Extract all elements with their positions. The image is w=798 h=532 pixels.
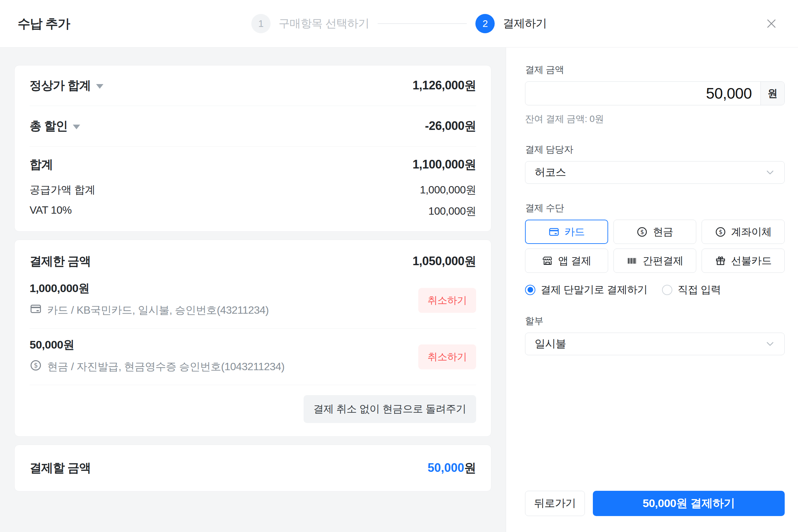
close-icon[interactable]	[763, 16, 779, 32]
vat-amount: 100,000원	[428, 204, 476, 218]
total-label: 합계	[30, 156, 53, 173]
method-label: 선불카드	[731, 254, 772, 268]
supply-price-row: 공급가액 합계 1,000,000원	[30, 183, 476, 197]
discount-label-group[interactable]: 총 할인	[30, 118, 80, 134]
cancel-payment-button[interactable]: 취소하기	[418, 288, 476, 313]
pay-button[interactable]: 50,000원 결제하기	[593, 491, 785, 516]
payment-entry-cash: 50,000원 $ 현금 / 자진발급, 현금영수증 승인번호(10432112…	[30, 329, 476, 385]
supply-price-amount: 1,000,000원	[420, 183, 476, 197]
modal-header: 수납 추가 1 구매항목 선택하기 2 결제하기	[0, 0, 798, 48]
total-amount: 1,100,000원	[413, 156, 476, 173]
svg-text:$: $	[34, 362, 38, 369]
svg-text:$: $	[641, 229, 644, 235]
stepper-connector	[378, 23, 467, 24]
payment-amount-value[interactable]: 50,000	[525, 82, 760, 105]
discount-label: 총 할인	[30, 118, 68, 134]
method-prepaid-card-button[interactable]: 선불카드	[702, 249, 785, 273]
payment-entry-detail-text: 카드 / KB국민카드, 일시불, 승인번호(43211234)	[47, 303, 269, 318]
method-label: 계좌이체	[731, 225, 772, 239]
step-1-number: 1	[252, 14, 271, 33]
method-app-pay-button[interactable]: 앱 결제	[525, 249, 608, 273]
cancel-payment-button[interactable]: 취소하기	[418, 344, 476, 369]
payment-method-label: 결제 수단	[525, 202, 785, 214]
radio-unselected-icon[interactable]	[662, 285, 672, 295]
supply-price-label: 공급가액 합계	[30, 183, 95, 197]
step-1-label: 구매항목 선택하기	[279, 16, 369, 31]
cash-icon: $	[636, 226, 648, 238]
radio-manual-entry[interactable]: 직접 입력	[662, 283, 721, 297]
step-2-number: 2	[476, 14, 495, 33]
card-icon	[30, 303, 42, 318]
card-entry-mode-radios: 결제 단말기로 결제하기 직접 입력	[525, 283, 785, 297]
back-button[interactable]: 뒤로가기	[525, 491, 585, 516]
step-2-label: 결제하기	[503, 16, 546, 31]
method-easy-pay-button[interactable]: 간편결제	[613, 249, 697, 273]
vat-label: VAT 10%	[30, 204, 72, 218]
regular-price-label-group[interactable]: 정상가 합계	[30, 77, 104, 94]
payment-entry-detail: $ 현금 / 자진발급, 현금영수증 승인번호(1043211234)	[30, 359, 476, 374]
caret-down-icon[interactable]	[73, 125, 80, 129]
amount-due-value: 50,000원	[428, 460, 476, 476]
svg-text:$: $	[719, 229, 722, 235]
transfer-icon: $	[715, 226, 726, 238]
discount-row: 총 할인 -26,000원	[30, 106, 476, 146]
installment-label: 할부	[525, 315, 785, 327]
payment-manager-select[interactable]: 허코스	[525, 161, 785, 184]
payment-manager-label: 결제 담당자	[525, 143, 785, 156]
payment-amount-input[interactable]: 50,000 원	[525, 81, 785, 105]
modal-body: 정상가 합계 1,126,000원 총 할인 -26,000원	[0, 48, 798, 532]
caret-down-icon[interactable]	[96, 84, 104, 89]
regular-price-amount: 1,126,000원	[413, 77, 476, 94]
payment-manager-value: 허코스	[535, 165, 566, 180]
method-label: 카드	[564, 225, 585, 239]
payment-entry-amount: 50,000원	[30, 337, 476, 353]
app-pay-icon	[542, 255, 553, 266]
page-title: 수납 추가	[18, 15, 70, 32]
form-footer: 뒤로가기 50,000원 결제하기	[525, 491, 785, 516]
refund-cash-button[interactable]: 결제 취소 없이 현금으로 돌려주기	[303, 395, 476, 423]
paid-card-footer: 결제 취소 없이 현금으로 돌려주기	[30, 385, 476, 436]
paid-amount-card: 결제한 금액 1,050,000원 1,000,000원 카드 / KB국민카드…	[14, 240, 491, 437]
amount-due-card: 결제할 금액 50,000원	[14, 444, 491, 492]
method-label: 현금	[653, 225, 673, 239]
payment-entry-amount: 1,000,000원	[30, 281, 476, 296]
gift-icon	[715, 255, 726, 266]
installment-select[interactable]: 일시불	[525, 332, 785, 355]
method-cash-button[interactable]: $ 현금	[613, 220, 697, 244]
payment-entry-card: 1,000,000원 카드 / KB국민카드, 일시불, 승인번호(432112…	[30, 272, 476, 328]
radio-terminal-payment[interactable]: 결제 단말기로 결제하기	[525, 283, 647, 297]
total-section: 합계 1,100,000원 공급가액 합계 1,000,000원 VAT 10%…	[30, 147, 476, 231]
radio-selected-icon[interactable]	[525, 285, 535, 295]
paid-amount-label: 결제한 금액	[30, 253, 91, 269]
stepper: 1 구매항목 선택하기 2 결제하기	[252, 0, 546, 47]
step-1: 1 구매항목 선택하기	[252, 14, 369, 33]
amount-due-row: 결제할 금액 50,000원	[30, 445, 476, 491]
order-summary-panel: 정상가 합계 1,126,000원 총 할인 -26,000원	[0, 48, 506, 532]
paid-amount-total: 1,050,000원	[413, 253, 476, 269]
method-card-button[interactable]: 카드	[525, 220, 608, 244]
payment-amount-label: 결제 금액	[525, 63, 785, 76]
amount-due-label: 결제할 금액	[30, 460, 91, 476]
method-transfer-button[interactable]: $ 계좌이체	[702, 220, 785, 244]
payment-method-grid: 카드 $ 현금 $ 계좌이체 앱 결제	[525, 220, 785, 273]
amount-due-currency: 원	[464, 461, 476, 475]
radio-label: 결제 단말기로 결제하기	[541, 283, 647, 297]
barcode-icon	[627, 255, 638, 266]
paid-amount-header: 결제한 금액 1,050,000원	[30, 240, 476, 272]
payment-form-panel: 결제 금액 50,000 원 잔여 결제 금액: 0원 결제 담당자 허코스 결…	[506, 48, 798, 532]
total-row: 합계 1,100,000원	[30, 156, 476, 173]
discount-amount: -26,000원	[425, 118, 476, 134]
method-label: 간편결제	[643, 254, 683, 268]
payment-entry-detail-text: 현금 / 자진발급, 현금영수증 승인번호(1043211234)	[47, 360, 285, 374]
installment-value: 일시불	[535, 337, 566, 351]
regular-price-row: 정상가 합계 1,126,000원	[30, 65, 476, 106]
currency-suffix: 원	[760, 82, 784, 105]
card-icon	[548, 226, 560, 238]
remaining-amount-text: 잔여 결제 금액: 0원	[525, 113, 785, 125]
vat-row: VAT 10% 100,000원	[30, 204, 476, 218]
method-label: 앱 결제	[558, 254, 592, 268]
step-2: 2 결제하기	[476, 14, 546, 33]
cash-icon: $	[30, 359, 42, 374]
payment-entry-detail: 카드 / KB국민카드, 일시불, 승인번호(43211234)	[30, 303, 476, 318]
price-summary-card: 정상가 합계 1,126,000원 총 할인 -26,000원	[14, 65, 491, 232]
